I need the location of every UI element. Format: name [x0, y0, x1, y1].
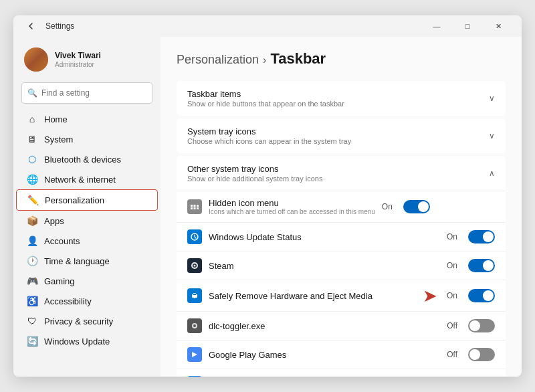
tray-item-windows-update-status: Windows Update Status On	[177, 223, 506, 252]
svg-rect-2	[197, 205, 199, 207]
sidebar-item-label: System	[44, 134, 73, 144]
chevron-up-icon: ∧	[489, 169, 495, 178]
back-button[interactable]	[21, 17, 40, 35]
sidebar-item-windows-update[interactable]: 🔄 Windows Update	[16, 331, 158, 351]
main-content: Personalization › Taskbar Taskbar items …	[160, 37, 522, 377]
sidebar-item-label: Apps	[44, 216, 64, 226]
sidebar-item-privacy[interactable]: 🛡 Privacy & security	[16, 311, 158, 331]
chevron-down-icon: ∨	[489, 131, 495, 140]
sidebar-item-label: Accessibility	[44, 296, 92, 306]
svg-rect-0	[191, 205, 193, 207]
privacy-icon: 🛡	[27, 316, 37, 326]
hidden-icon-menu-toggle[interactable]	[403, 200, 430, 213]
sidebar-item-label: Windows Update	[44, 336, 110, 347]
tray-item-label: Windows Update Status	[209, 232, 440, 242]
arrow-indicator: ➤	[423, 287, 437, 304]
windows-update-status-toggle[interactable]	[468, 230, 495, 243]
maximize-button[interactable]: □	[452, 15, 483, 37]
taskbar-items-section[interactable]: Taskbar items Show or hide buttons that …	[177, 81, 506, 116]
other-tray-icons-section: Other system tray icons Show or hide add…	[177, 156, 506, 377]
sidebar-item-bluetooth[interactable]: ⬡ Bluetooth & devices	[16, 149, 158, 169]
svg-point-9	[194, 265, 196, 267]
home-icon: ⌂	[27, 114, 37, 124]
safely-remove-toggle[interactable]	[468, 289, 495, 302]
sidebar-item-home[interactable]: ⌂ Home	[16, 109, 158, 129]
sidebar-item-label: Personalization	[45, 195, 104, 205]
breadcrumb-parent: Personalization	[177, 53, 259, 67]
tray-item-status: On	[447, 261, 457, 270]
search-box[interactable]: 🔍	[21, 82, 152, 104]
google-play-games-toggle[interactable]	[468, 348, 495, 361]
section-sub: Choose which icons can appear in the sys…	[187, 137, 351, 145]
sidebar-item-accessibility[interactable]: ♿ Accessibility	[16, 291, 158, 311]
sidebar-item-label: Privacy & security	[44, 316, 113, 326]
user-subtitle: Administrator	[55, 61, 101, 68]
apps-icon: 📦	[27, 215, 37, 226]
other-tray-icons-header[interactable]: Other system tray icons Show or hide add…	[177, 156, 506, 191]
section-sub: Show or hide additional system tray icon…	[187, 175, 322, 183]
steam-toggle[interactable]	[468, 259, 495, 272]
sidebar-item-accounts[interactable]: 👤 Accounts	[16, 231, 158, 251]
steam-icon	[187, 258, 202, 273]
tray-item-label: Google Play Games	[209, 350, 440, 360]
sidebar-item-label: Accounts	[44, 236, 80, 246]
tray-item-status: Off	[447, 321, 457, 330]
windows-update-status-icon	[187, 229, 202, 244]
minimize-button[interactable]: —	[421, 15, 452, 37]
tray-item-sub: Icons which are turned off can be access…	[209, 208, 375, 215]
sidebar-item-label: Time & language	[44, 256, 110, 266]
sidebar-item-label: Network & internet	[44, 175, 116, 185]
svg-marker-16	[192, 352, 197, 357]
windows-update-icon: 🔄	[27, 336, 37, 347]
section-label: Other system tray icons	[187, 164, 322, 174]
fxsound-icon	[187, 376, 202, 377]
tray-item-fxsound: FxSound Off	[177, 369, 506, 377]
svg-rect-4	[194, 207, 196, 209]
window-controls: — □ ✕	[421, 15, 514, 37]
tray-item-status: On	[447, 291, 457, 300]
section-label: Taskbar items	[187, 89, 344, 99]
sidebar-item-system[interactable]: 🖥 System	[16, 129, 158, 149]
sidebar-item-personalization[interactable]: ✏️ Personalization	[16, 189, 158, 211]
window-title: Settings	[45, 21, 421, 31]
tray-item-status: On	[382, 202, 393, 211]
sidebar-item-apps[interactable]: 📦 Apps	[16, 211, 158, 231]
titlebar: Settings — □ ✕	[13, 15, 522, 37]
breadcrumb-chevron: ›	[263, 54, 266, 66]
sidebar-item-label: Gaming	[44, 276, 75, 286]
dlc-toggler-icon	[187, 318, 202, 333]
accessibility-icon: ♿	[27, 296, 37, 306]
page-header: Personalization › Taskbar	[177, 50, 506, 68]
tray-item-safely-remove: Safely Remove Hardware and Eject Media ➤…	[177, 280, 506, 312]
svg-rect-3	[191, 207, 193, 209]
personalization-icon: ✏️	[27, 195, 38, 205]
avatar	[24, 47, 48, 72]
close-button[interactable]: ✕	[483, 15, 514, 37]
sidebar: Vivek Tiwari Administrator 🔍 ⌂ Home 🖥 Sy…	[13, 37, 160, 377]
tray-item-google-play-games: Google Play Games Off	[177, 340, 506, 369]
system-tray-icons-section[interactable]: System tray icons Choose which icons can…	[177, 118, 506, 153]
tray-item-label: Hidden icon menu	[209, 198, 375, 208]
search-input[interactable]	[41, 88, 146, 98]
tray-item-status: On	[447, 232, 457, 241]
sidebar-item-label: Bluetooth & devices	[44, 155, 121, 165]
tray-item-label: Safely Remove Hardware and Eject Media	[209, 291, 416, 301]
accounts-icon: 👤	[27, 235, 37, 246]
chevron-down-icon: ∨	[489, 94, 495, 103]
dlc-toggler-toggle[interactable]	[468, 319, 495, 332]
tray-item-hidden-icon-menu: Hidden icon menu Icons which are turned …	[177, 191, 506, 223]
sidebar-item-gaming[interactable]: 🎮 Gaming	[16, 271, 158, 291]
tray-item-dlc-toggler: dlc-toggler.exe Off	[177, 312, 506, 340]
safely-remove-icon	[187, 288, 202, 303]
bluetooth-icon: ⬡	[27, 154, 37, 165]
sidebar-item-network[interactable]: 🌐 Network & internet	[16, 169, 158, 189]
network-icon: 🌐	[27, 174, 37, 185]
hidden-icon-menu-icon	[187, 199, 202, 214]
tray-item-label: Steam	[209, 261, 440, 271]
search-icon: 🔍	[27, 88, 37, 98]
user-profile: Vivek Tiwari Administrator	[13, 42, 160, 80]
gaming-icon: 🎮	[27, 276, 37, 286]
sidebar-item-time[interactable]: 🕐 Time & language	[16, 251, 158, 271]
tray-item-label: dlc-toggler.exe	[209, 321, 440, 331]
user-name: Vivek Tiwari	[55, 51, 101, 60]
